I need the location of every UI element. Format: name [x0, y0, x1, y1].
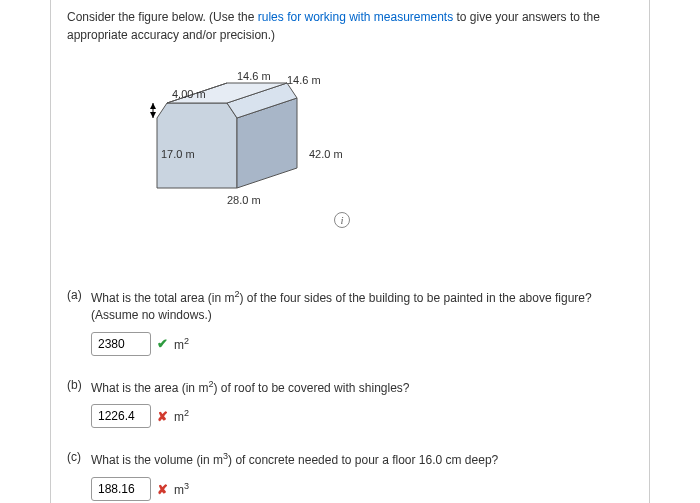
svg-marker-0 [157, 103, 237, 188]
q-label-c: (c) [67, 450, 91, 501]
q-text-c: What is the volume (in m3) of concrete n… [91, 450, 633, 469]
rules-link[interactable]: rules for working with measurements [258, 10, 453, 24]
unit-c: m3 [174, 481, 189, 497]
question-b: (b) What is the area (in m2) of roof to … [67, 378, 633, 429]
question-c: (c) What is the volume (in m3) of concre… [67, 450, 633, 501]
prompt-pre: Consider the figure below. (Use the [67, 10, 258, 24]
label-height: 17.0 m [161, 148, 195, 160]
answer-input-b[interactable] [91, 404, 151, 428]
answer-input-a[interactable] [91, 332, 151, 356]
problem-container: Consider the figure below. (Use the rule… [50, 0, 650, 503]
figure-area: 14.6 m 14.6 m 4.00 m 17.0 m 28.0 m 42.0 … [67, 48, 633, 228]
label-roof-left: 14.6 m [237, 70, 271, 82]
info-icon[interactable]: i [334, 212, 350, 228]
prompt-text: Consider the figure below. (Use the rule… [67, 8, 633, 44]
q-text-b: What is the area (in m2) of roof to be c… [91, 378, 633, 397]
question-a: (a) What is the total area (in m2) of th… [67, 288, 633, 356]
cross-icon: ✘ [157, 482, 168, 497]
unit-b: m2 [174, 408, 189, 424]
q-label-a: (a) [67, 288, 91, 356]
q-text-a: What is the total area (in m2) of the fo… [91, 288, 633, 324]
label-peak-drop: 4.00 m [172, 88, 206, 100]
answer-input-c[interactable] [91, 477, 151, 501]
svg-marker-7 [150, 103, 156, 109]
q-label-b: (b) [67, 378, 91, 429]
svg-marker-8 [150, 112, 156, 118]
label-width: 42.0 m [309, 148, 343, 160]
cross-icon: ✘ [157, 409, 168, 424]
check-icon: ✔ [157, 336, 168, 351]
label-roof-right: 14.6 m [287, 74, 321, 86]
questions-block: (a) What is the total area (in m2) of th… [67, 288, 633, 503]
unit-a: m2 [174, 336, 189, 352]
label-depth: 28.0 m [227, 194, 261, 206]
